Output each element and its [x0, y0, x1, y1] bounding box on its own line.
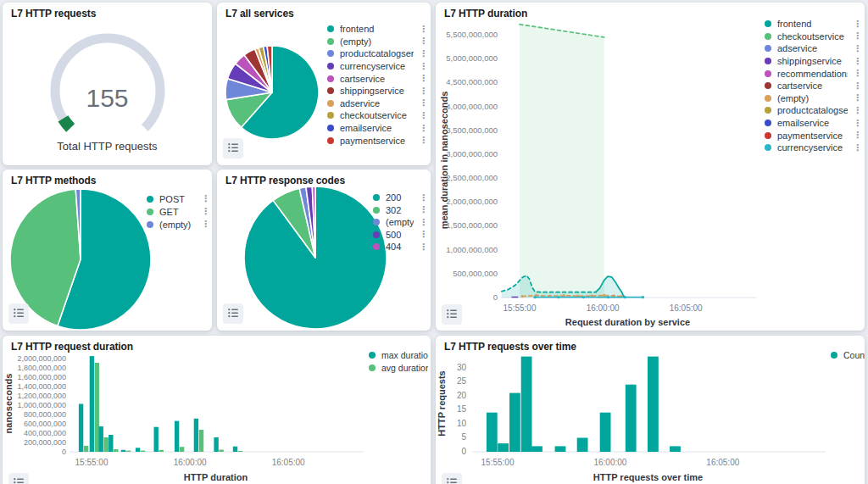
legend-item-menu-icon[interactable]: ⋮ — [419, 136, 426, 145]
bar-count[interactable] — [521, 357, 532, 452]
legend-item-menu-icon[interactable]: ⋮ — [419, 218, 426, 227]
legend-item-500[interactable]: 500⋮ — [373, 229, 426, 242]
bar-max-duration[interactable] — [233, 447, 237, 452]
legend-item-frontend[interactable]: frontend⋮ — [327, 23, 426, 36]
legend-item-currencyservice[interactable]: currencyservice⋮ — [765, 142, 860, 154]
legend-toggle-button[interactable] — [8, 303, 29, 324]
legend-item-menu-icon[interactable]: ⋮ — [853, 106, 860, 115]
legend-item-productcatalogservice[interactable]: productcatalogservice⋮ — [327, 47, 426, 60]
bar-avg-duration[interactable] — [238, 451, 242, 452]
legend-item-frontend[interactable]: frontend⋮ — [765, 18, 860, 31]
bar-avg-duration[interactable] — [114, 449, 118, 452]
legend-item-menu-icon[interactable]: ⋮ — [853, 119, 860, 128]
legend-item-menu-icon[interactable]: ⋮ — [853, 19, 860, 29]
bar-max-duration[interactable] — [194, 419, 198, 452]
legend-item-post[interactable]: POST⋮ — [147, 192, 208, 205]
legend-item-menu-icon[interactable]: ⋮ — [419, 49, 426, 58]
legend-item--empty-[interactable]: (empty)⋮ — [327, 36, 426, 48]
bar-count[interactable] — [498, 443, 509, 452]
legend-item-cartservice[interactable]: cartservice⋮ — [327, 72, 426, 85]
bar-count[interactable] — [509, 393, 520, 452]
legend-toggle-button[interactable] — [223, 303, 243, 324]
legend-item-currencyservice[interactable]: currencyservice⋮ — [327, 60, 426, 73]
legend-item-menu-icon[interactable]: ⋮ — [853, 131, 860, 140]
legend-item-menu-icon[interactable]: ⋮ — [419, 86, 426, 96]
bar-max-duration[interactable] — [99, 426, 103, 452]
legend-item-paymentservice[interactable]: paymentservice⋮ — [327, 134, 426, 147]
legend-item-menu-icon[interactable]: ⋮ — [853, 57, 860, 66]
bar-max-duration[interactable] — [79, 404, 83, 453]
legend-toggle-button[interactable] — [8, 473, 29, 484]
bar-avg-duration[interactable] — [104, 437, 108, 452]
bar-avg-duration[interactable] — [199, 430, 203, 452]
legend-item--empty-[interactable]: (empty)⋮ — [373, 216, 426, 229]
bar-count[interactable] — [487, 413, 498, 452]
legend-item-paymentservice[interactable]: paymentservice⋮ — [765, 129, 860, 142]
bar-count[interactable] — [555, 446, 566, 452]
bar-avg-duration[interactable] — [95, 363, 99, 452]
legend-item-menu-icon[interactable]: ⋮ — [419, 230, 426, 239]
legend-item-count[interactable]: Count — [831, 349, 865, 362]
legend-toggle-button[interactable] — [223, 138, 243, 159]
bar-avg-duration[interactable] — [219, 450, 223, 453]
legend-item-shippingservice[interactable]: shippingservice⋮ — [765, 55, 860, 68]
bar-avg-duration[interactable] — [126, 451, 131, 452]
legend-item-menu-icon[interactable]: ⋮ — [419, 193, 426, 203]
bar-avg-duration[interactable] — [141, 451, 145, 452]
legend-item-menu-icon[interactable]: ⋮ — [419, 205, 426, 214]
legend-item-menu-icon[interactable]: ⋮ — [853, 93, 860, 103]
legend-item-checkoutservice[interactable]: checkoutservice⋮ — [765, 31, 860, 43]
legend-item-302[interactable]: 302⋮ — [373, 204, 426, 217]
legend-item-cartservice[interactable]: cartservice⋮ — [765, 80, 860, 92]
legend-item-adservice[interactable]: adservice⋮ — [327, 97, 426, 110]
bar-count[interactable] — [577, 438, 588, 453]
legend-item--empty-[interactable]: (empty)⋮ — [147, 218, 208, 231]
bar-count[interactable] — [531, 446, 542, 452]
legend-item-menu-icon[interactable]: ⋮ — [419, 124, 426, 133]
legend-item-productcatalogservice[interactable]: productcatalogservice⋮ — [765, 104, 860, 117]
legend-toggle-button[interactable] — [442, 304, 462, 325]
legend-item-adservice[interactable]: adservice⋮ — [765, 42, 860, 55]
legend-item-menu-icon[interactable]: ⋮ — [853, 143, 860, 153]
legend-item-get[interactable]: GET⋮ — [147, 205, 208, 218]
legend-item-menu-icon[interactable]: ⋮ — [419, 62, 426, 71]
legend-item-menu-icon[interactable]: ⋮ — [419, 25, 426, 34]
bar-count[interactable] — [670, 446, 681, 452]
legend-item-menu-icon[interactable]: ⋮ — [853, 44, 860, 53]
legend-item-404[interactable]: 404⋮ — [373, 241, 426, 253]
legend-item-checkoutservice[interactable]: checkoutservice⋮ — [327, 109, 426, 122]
legend-item-menu-icon[interactable]: ⋮ — [853, 69, 860, 78]
legend-item-menu-icon[interactable]: ⋮ — [853, 31, 860, 41]
bar-max-duration[interactable] — [175, 421, 179, 452]
bar-count[interactable] — [626, 385, 637, 452]
bar-max-duration[interactable] — [90, 356, 94, 452]
legend-item-emailservice[interactable]: emailservice⋮ — [765, 117, 860, 130]
bar-max-duration[interactable] — [121, 450, 125, 452]
legend-item--empty-[interactable]: (empty)⋮ — [765, 92, 860, 105]
bar-max-duration[interactable] — [214, 437, 218, 452]
legend-item-menu-icon[interactable]: ⋮ — [853, 81, 860, 91]
legend-item-menu-icon[interactable]: ⋮ — [201, 220, 208, 229]
bar-max-duration[interactable] — [108, 435, 113, 452]
legend-item-200[interactable]: 200⋮ — [373, 192, 426, 204]
bar-count[interactable] — [648, 357, 659, 452]
bar-count[interactable] — [600, 413, 611, 452]
legend-item-menu-icon[interactable]: ⋮ — [419, 36, 426, 46]
bar-max-duration[interactable] — [136, 448, 140, 452]
legend-item-max-duration[interactable]: max duration — [369, 349, 428, 362]
legend-item-emailservice[interactable]: emailservice⋮ — [327, 122, 426, 135]
legend-item-menu-icon[interactable]: ⋮ — [419, 242, 426, 252]
legend-toggle-button[interactable] — [442, 473, 462, 484]
bar-max-duration[interactable] — [154, 427, 159, 452]
bar-avg-duration[interactable] — [84, 446, 88, 452]
legend-item-shippingservice[interactable]: shippingservice⋮ — [327, 85, 426, 97]
bar-avg-duration[interactable] — [180, 447, 184, 452]
legend-item-recommendationservice[interactable]: recommendationservice⋮ — [765, 67, 860, 80]
legend-item-avg-duration[interactable]: avg duration — [369, 362, 428, 375]
legend-item-menu-icon[interactable]: ⋮ — [419, 74, 426, 83]
legend-item-menu-icon[interactable]: ⋮ — [201, 207, 208, 216]
legend-item-menu-icon[interactable]: ⋮ — [419, 98, 426, 108]
legend-item-menu-icon[interactable]: ⋮ — [201, 194, 208, 203]
legend-item-menu-icon[interactable]: ⋮ — [419, 111, 426, 120]
bar-avg-duration[interactable] — [159, 450, 164, 452]
